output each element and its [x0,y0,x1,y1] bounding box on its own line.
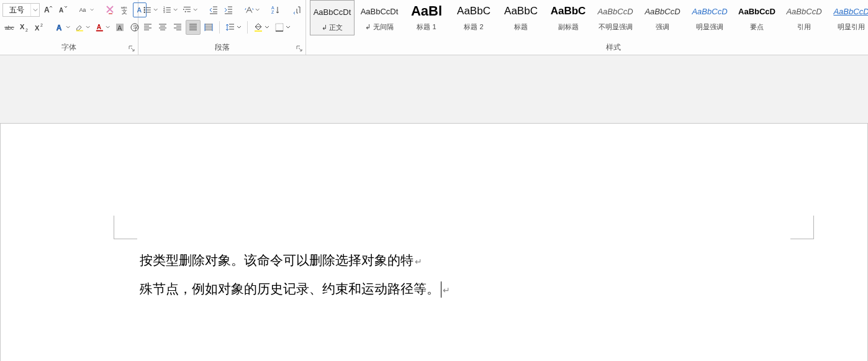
superscript-button[interactable]: X2 [32,20,46,35]
increase-font-size-button[interactable]: A [41,2,55,17]
svg-text:2: 2 [25,28,28,32]
style-preview: AaBbCcD [736,1,778,21]
svg-text:A: A [117,24,122,32]
strikethrough-button[interactable]: abc [2,20,16,35]
style-item[interactable]: AaBl标题 1 [404,0,449,35]
style-preview: AaBbC [453,1,495,21]
svg-text:2: 2 [40,23,43,27]
style-preview: AaBbCcD [594,1,636,21]
style-preview: AaBbCcD [641,1,684,21]
svg-rect-12 [76,30,83,32]
change-case-button[interactable]: Aa [77,2,96,17]
sort-button[interactable]: AZ [269,2,283,17]
svg-text:A: A [271,6,274,10]
style-item[interactable]: AaBbCcD不明显强调 [593,0,638,35]
text-line-2: 殊节点，例如对象的历史记录、约束和运动路径等。 [140,281,440,296]
svg-text:字: 字 [133,25,138,31]
style-preview: AaBbCcDt [358,1,400,21]
asian-layout-button[interactable] [243,2,261,17]
text-cursor [441,281,441,298]
style-label: 要点 [750,22,764,32]
borders-button[interactable] [273,20,292,35]
text-effects-button[interactable]: A [53,20,72,35]
svg-text:A: A [97,24,102,30]
increase-indent-button[interactable] [222,2,235,17]
svg-text:A: A [57,24,62,32]
phonetic-guide-button[interactable]: wén文 [118,2,132,17]
style-item[interactable]: AaBbCcD要点 [735,0,779,35]
paragraph-dialog-launcher[interactable] [296,45,303,52]
style-preview: AaBbCcD [783,1,825,21]
font-dialog-launcher[interactable] [128,45,135,52]
style-item[interactable]: AaBbCcD明显强调 [687,0,732,35]
font-color-button[interactable]: A [93,20,112,35]
paragraph-group: 123 [138,0,306,55]
document-text[interactable]: 按类型删除对象。该命令可以删除选择对象的特↵ 殊节点，例如对象的历史记录、约束和… [140,247,450,304]
document-page[interactable] [0,123,868,361]
text-line-1: 按类型删除对象。该命令可以删除选择对象的特 [140,253,414,267]
svg-point-20 [144,9,145,11]
highlight-button[interactable] [73,20,92,35]
clear-formatting-button[interactable] [103,2,117,17]
svg-rect-29 [255,30,262,32]
style-label: ↲ 正文 [322,23,343,32]
style-preview: AaBbCcDt [312,2,353,22]
svg-text:文: 文 [122,9,127,15]
svg-rect-30 [276,24,283,31]
style-label: 引用 [797,22,811,32]
font-group: 五号 A A Aa wén文 [0,0,138,55]
align-center-button[interactable] [156,20,170,35]
style-label: ↲ 无间隔 [365,22,393,32]
style-item[interactable]: AaBbCcDt↲ 正文 [310,0,355,35]
multilevel-list-button[interactable] [181,2,199,17]
chevron-down-icon [30,4,39,16]
style-item[interactable]: AaBbCcDt↲ 无间隔 [357,0,402,35]
style-item[interactable]: AaBbC标题 2 [451,0,496,35]
style-item[interactable]: AaBbCcD强调 [640,0,685,35]
svg-text:A: A [44,6,50,14]
svg-text:abc: abc [5,25,14,31]
style-item[interactable]: AaBbCcD引用 [782,0,826,35]
style-label: 明显强调 [696,22,723,32]
distributed-button[interactable] [202,20,215,35]
style-label: 不明显强调 [599,22,633,32]
bullets-button[interactable] [141,2,160,17]
style-item[interactable]: AaBbC标题 [499,0,543,35]
document-workspace: 按类型删除对象。该命令可以删除选择对象的特↵ 殊节点，例如对象的历史记录、约束和… [0,55,868,361]
font-size-selector[interactable]: 五号 [2,3,40,17]
style-label: 标题 [514,22,528,32]
style-label: 标题 2 [464,22,483,32]
align-right-button[interactable] [171,20,184,35]
decrease-font-size-button[interactable]: A [56,2,70,17]
align-left-button[interactable] [141,20,155,35]
shading-button[interactable] [251,20,271,35]
align-justify-button[interactable] [186,20,201,35]
svg-text:X: X [20,23,25,30]
show-paragraph-marks-button[interactable] [290,2,304,17]
svg-point-19 [144,7,145,8]
line-spacing-button[interactable] [224,20,243,35]
style-preview: AaBbC [500,1,542,21]
svg-point-21 [144,11,145,12]
svg-rect-14 [96,30,103,32]
subscript-button[interactable]: X2 [17,20,31,35]
svg-point-25 [183,9,184,10]
style-item[interactable]: AaBbC副标题 [546,0,590,35]
styles-group: AaBbCcDt↲ 正文AaBbCcDt↲ 无间隔AaBl标题 1AaBbC标题… [306,0,868,55]
style-preview: AaBbCcD [689,1,731,21]
numbering-button[interactable]: 123 [161,2,179,17]
paragraph-group-label: 段落 [138,41,305,55]
styles-gallery[interactable]: AaBbCcDt↲ 正文AaBbCcDt↲ 无间隔AaBl标题 1AaBbC标题… [310,0,868,35]
svg-text:A: A [59,7,63,14]
style-preview: AaBbC [547,1,589,21]
style-label: 强调 [656,22,669,32]
style-label: 明显引用 [838,22,865,32]
decrease-indent-button[interactable] [207,2,220,17]
svg-text:Aa: Aa [79,7,86,13]
svg-text:X: X [35,24,40,32]
styles-group-label: 样式 [306,41,868,55]
character-shading-button[interactable]: A [113,20,127,35]
style-item[interactable]: AaBbCcD明显引用 [829,0,868,35]
style-preview: AaBbCcD [830,1,868,21]
font-size-value: 五号 [3,5,30,16]
